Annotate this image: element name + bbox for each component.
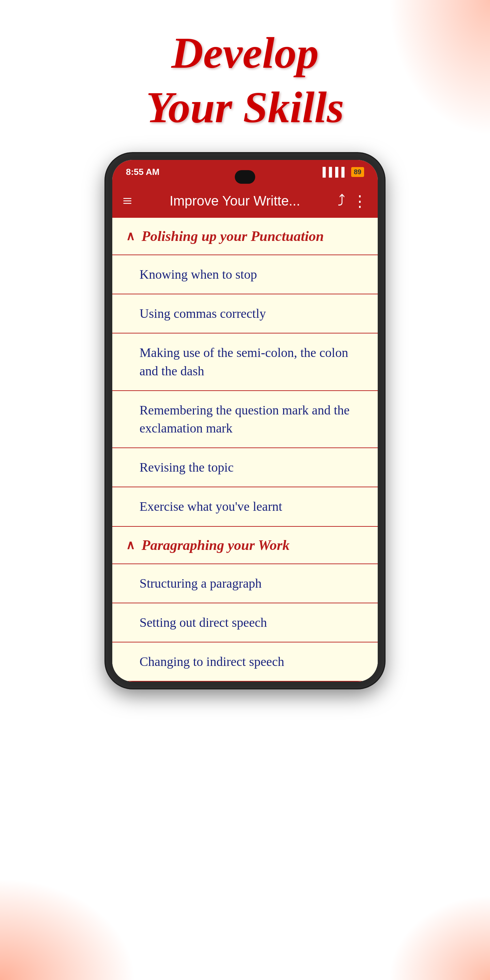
app-bar-title: Improve Your Writte... (139, 193, 331, 208)
page-wrapper: Develop Your Skills 8:55 AM ▌▌▌▌ 89 ≡ Im (0, 0, 490, 980)
section-punctuation-chevron: ∧ (126, 229, 135, 243)
item-question-mark[interactable]: Remembering the question mark and the ex… (112, 391, 378, 448)
hero-title: Develop Your Skills (0, 0, 490, 146)
phone-container: 8:55 AM ▌▌▌▌ 89 ≡ Improve Your Writte...… (105, 153, 385, 688)
signal-icon: ▌▌▌▌ (323, 167, 348, 177)
item-exercise-learnt[interactable]: Exercise what you've learnt (112, 487, 378, 527)
more-icon[interactable]: ⋮ (352, 192, 368, 210)
item-indirect-speech-text: Changing to indirect speech (140, 653, 284, 671)
hero-line1: Develop (0, 27, 490, 78)
section-paragraphing-chevron: ∧ (126, 538, 135, 552)
section-paragraphing-title: Paragraphing your Work (142, 537, 290, 553)
item-revising-text: Revising the topic (140, 458, 234, 476)
item-knowing-text: Knowing when to stop (140, 266, 257, 283)
item-structuring-text: Structuring a paragraph (140, 574, 262, 592)
bg-decoration-bottom-left (0, 878, 136, 980)
status-bar: 8:55 AM ▌▌▌▌ 89 (112, 160, 378, 184)
status-time: 8:55 AM (126, 167, 159, 177)
battery-icon: 89 (351, 167, 364, 177)
item-changing-indirect-speech[interactable]: Changing to indirect speech (112, 643, 378, 682)
menu-list: ∧ Polishing up your Punctuation Knowing … (112, 218, 378, 682)
item-knowing-when-to-stop[interactable]: Knowing when to stop (112, 255, 378, 294)
item-setting-direct-speech[interactable]: Setting out direct speech (112, 603, 378, 643)
phone-frame: 8:55 AM ▌▌▌▌ 89 ≡ Improve Your Writte...… (105, 153, 385, 688)
share-icon[interactable]: ⤴ (337, 192, 345, 210)
section-paragraphing-header[interactable]: ∧ Paragraphing your Work (112, 527, 378, 564)
status-notch (235, 170, 255, 184)
item-exercise-text: Exercise what you've learnt (140, 498, 282, 515)
section-punctuation-title: Polishing up your Punctuation (142, 228, 324, 244)
bg-decoration-bottom-right (388, 895, 490, 980)
status-icons: ▌▌▌▌ 89 (323, 167, 364, 177)
hero-line2: Your Skills (0, 82, 490, 133)
item-question-text: Remembering the question mark and the ex… (140, 401, 364, 437)
item-semicolon-text: Making use of the semi-colon, the colon … (140, 344, 364, 380)
app-bar-actions: ⤴ ⋮ (337, 192, 368, 210)
app-bar: ≡ Improve Your Writte... ⤴ ⋮ (112, 184, 378, 218)
phone-screen: 8:55 AM ▌▌▌▌ 89 ≡ Improve Your Writte...… (112, 160, 378, 682)
item-using-commas-correctly[interactable]: Using commas correctly (112, 294, 378, 334)
item-structuring-paragraph[interactable]: Structuring a paragraph (112, 564, 378, 603)
hamburger-icon[interactable]: ≡ (123, 191, 132, 211)
item-direct-speech-text: Setting out direct speech (140, 614, 267, 632)
item-commas-text: Using commas correctly (140, 305, 266, 323)
item-revising-topic[interactable]: Revising the topic (112, 448, 378, 487)
item-semicolon[interactable]: Making use of the semi-colon, the colon … (112, 334, 378, 391)
section-punctuation-header[interactable]: ∧ Polishing up your Punctuation (112, 218, 378, 255)
